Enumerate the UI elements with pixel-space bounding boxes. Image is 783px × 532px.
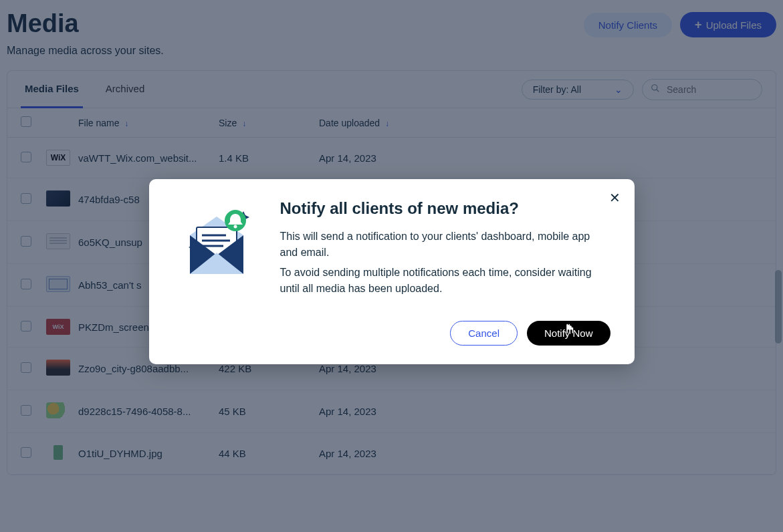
close-icon: ✕: [609, 190, 621, 205]
envelope-notification-icon: [173, 199, 260, 301]
cancel-button[interactable]: Cancel: [450, 321, 518, 346]
modal-paragraph-1: This will send a notification to your cl…: [280, 229, 610, 261]
close-button[interactable]: ✕: [605, 188, 624, 207]
notify-modal: ✕: [149, 179, 635, 364]
notify-now-button[interactable]: Notify Now: [527, 321, 610, 346]
modal-title: Notify all clients of new media?: [280, 199, 610, 218]
svg-point-13: [233, 225, 237, 229]
modal-overlay: ✕: [0, 0, 783, 532]
modal-paragraph-2: To avoid sending multiple notifications …: [280, 265, 610, 297]
